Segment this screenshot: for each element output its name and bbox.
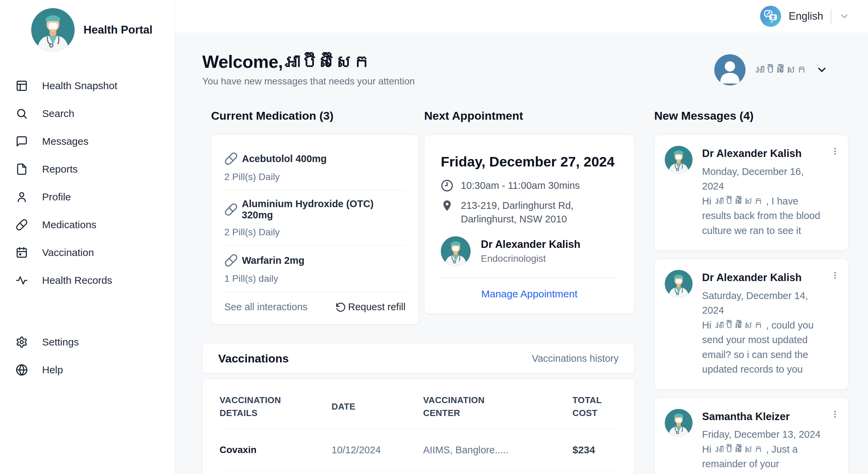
welcome-prefix: Welcome, — [202, 52, 283, 72]
medication-name: Acebutolol 400mg — [242, 153, 327, 164]
globe-icon — [16, 364, 28, 376]
manage-appointment-link[interactable]: Manage Appointment — [441, 288, 618, 300]
sidebar-item-health-snapshot[interactable]: Health Snapshot — [0, 72, 175, 100]
sidebar-item-label: Profile — [42, 191, 71, 203]
sidebar-item-settings[interactable]: Settings — [0, 328, 175, 356]
clock-icon — [441, 179, 453, 192]
welcome-row: Welcome,អាប៊ីស៊ីសេក You have new message… — [202, 52, 848, 87]
search-icon — [16, 107, 28, 120]
user-avatar — [714, 54, 746, 85]
appointment-address: 213-219, Darlinghurst Rd, Darlinghurst, … — [461, 199, 618, 226]
doctor-avatar — [441, 236, 471, 266]
divider — [441, 278, 618, 278]
sidebar-spacer — [0, 294, 175, 328]
sidebar-item-reports[interactable]: Reports — [0, 155, 175, 183]
file-icon — [16, 163, 28, 175]
kebab-menu-icon[interactable] — [828, 407, 842, 422]
kebab-menu-icon[interactable] — [828, 268, 842, 283]
current-medication-heading: Current Medication (3) — [211, 109, 419, 122]
appointment-time: 10:30am - 11:00am 30mins — [461, 179, 580, 193]
language-selector[interactable]: English — [760, 6, 850, 27]
medication-dosage: 1 Pill(s) daily — [224, 273, 405, 284]
message-date: Friday, December 13, 2024 — [702, 427, 826, 442]
language-label: English — [789, 10, 823, 22]
main-content: Welcome,អាប៊ីស៊ីសេក You have new message… — [175, 33, 868, 474]
vaccinations-history-link[interactable]: Vaccinations history — [532, 353, 619, 364]
content-grid: Current Medication (3) Acebutolol 400mg … — [202, 109, 848, 474]
medication-name: Warfarin 2mg — [242, 255, 304, 266]
vaccinations-section: Vaccinations Vaccinations history VACCIN… — [202, 343, 635, 474]
message-card[interactable]: Samantha Kleizer Friday, December 13, 20… — [654, 398, 848, 474]
sidebar-item-profile[interactable]: Profile — [0, 183, 175, 211]
medication-dosage: 2 Pill(s) Daily — [224, 227, 405, 238]
table-header-row: VACCINATION DETAILS DATE VACCINATION CEN… — [220, 394, 617, 429]
appointment-doctor-row: Dr Alexander Kalish Endocrinologist — [441, 236, 618, 266]
current-medication-section: Current Medication (3) Acebutolol 400mg … — [211, 109, 419, 324]
message-content: Samantha Kleizer Friday, December 13, 20… — [702, 409, 838, 474]
message-date: Monday, December 16, 2024 — [702, 164, 826, 194]
health-portal-logo-doctor-avatar — [31, 8, 75, 52]
sidebar: Health Portal Health Snapshot Search Mes… — [0, 0, 175, 474]
divider — [831, 9, 831, 23]
doctor-specialty: Endocrinologist — [481, 253, 580, 264]
message-preview: Hi អាប៊ីស៊ីសេក , Just a remainder of you… — [702, 442, 826, 474]
message-sender: Dr Alexander Kalish — [702, 146, 826, 162]
messages-list: Dr Alexander Kalish Monday, December 16,… — [654, 135, 848, 474]
request-refill-button[interactable]: Request refill — [335, 301, 405, 313]
vaccination-cost: $234 — [572, 444, 617, 456]
activity-pulse-icon — [16, 274, 28, 287]
medication-name: Aluminium Hydroxide (OTC) 320mg — [242, 198, 405, 221]
medication-dosage: 2 Pill(s) Daily — [224, 172, 405, 182]
layout-grid-icon — [16, 80, 28, 92]
message-preview: Hi អាប៊ីស៊ីសេក , could you send your mos… — [702, 318, 826, 377]
chevron-down-icon — [839, 11, 850, 22]
column-header-vaccination-details: VACCINATION DETAILS — [220, 394, 291, 419]
see-all-interactions-link[interactable]: See all interactions — [224, 301, 307, 313]
sidebar-item-vaccination[interactable]: Vaccination — [0, 239, 175, 266]
appointment-time-row: 10:30am - 11:00am 30mins — [441, 179, 618, 193]
message-sender: Samantha Kleizer — [702, 409, 826, 425]
doctor-avatar — [665, 146, 693, 174]
user-menu[interactable]: អាប៊ីស៊ីសេក — [714, 54, 828, 85]
next-appointment-card: Friday, December 27, 2024 10:30am - 11:0… — [424, 135, 635, 314]
doctor-avatar — [665, 270, 693, 298]
vaccinations-heading: Vaccinations — [218, 352, 289, 365]
person-icon — [16, 191, 28, 203]
current-medication-card: Acebutolol 400mg 2 Pill(s) Daily Alumini… — [211, 135, 419, 324]
sidebar-item-medications[interactable]: Medications — [0, 211, 175, 239]
sidebar-item-label: Help — [42, 364, 63, 376]
message-content: Dr Alexander Kalish Saturday, December 1… — [702, 270, 838, 377]
calendar-icon — [16, 246, 28, 259]
sidebar-item-label: Search — [42, 108, 74, 119]
sidebar-item-label: Settings — [42, 336, 79, 348]
sidebar-item-health-records[interactable]: Health Records — [0, 266, 175, 294]
next-appointment-heading: Next Appointment — [424, 109, 635, 122]
appointment-location-row: 213-219, Darlinghurst Rd, Darlinghurst, … — [441, 199, 618, 226]
sidebar-item-search[interactable]: Search — [0, 100, 175, 127]
app-title: Health Portal — [83, 23, 153, 36]
sidebar-nav: Health Snapshot Search Messages Reports … — [0, 72, 175, 384]
sidebar-item-label: Vaccination — [42, 247, 94, 258]
sidebar-item-messages[interactable]: Messages — [0, 127, 175, 155]
sidebar-item-help[interactable]: Help — [0, 356, 175, 384]
sidebar-item-label: Messages — [42, 136, 89, 147]
sidebar-item-label: Reports — [42, 163, 78, 175]
kebab-menu-icon[interactable] — [828, 144, 842, 159]
column-header-date: DATE — [332, 400, 403, 413]
sidebar-item-label: Medications — [42, 219, 96, 231]
sidebar-item-label: Health Snapshot — [42, 80, 117, 92]
next-appointment-section: Next Appointment Friday, December 27, 20… — [424, 109, 635, 324]
medication-item: Warfarin 2mg 1 Pill(s) daily — [224, 254, 405, 292]
message-card[interactable]: Dr Alexander Kalish Saturday, December 1… — [654, 259, 848, 390]
left-column: Current Medication (3) Acebutolol 400mg … — [202, 109, 635, 474]
message-preview: Hi អាប៊ីស៊ីសេក , I have results back fro… — [702, 194, 826, 238]
message-card[interactable]: Dr Alexander Kalish Monday, December 16,… — [654, 135, 848, 251]
new-messages-heading: New Messages (4) — [654, 109, 848, 122]
vaccination-center: AIIMS, Banglore..... — [423, 443, 566, 457]
chevron-down-icon — [816, 64, 828, 76]
user-name: អាប៊ីស៊ីសេក — [754, 64, 807, 76]
divider — [224, 190, 405, 190]
pill-icon — [224, 254, 238, 267]
page-title: Welcome,អាប៊ីស៊ីសេក — [202, 52, 415, 72]
welcome-block: Welcome,អាប៊ីស៊ីសេក You have new message… — [202, 52, 415, 87]
